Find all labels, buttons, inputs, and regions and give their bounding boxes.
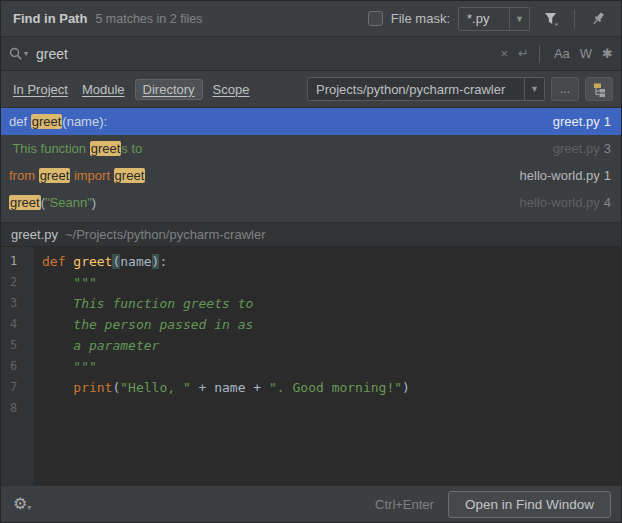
- line-code: the person passed in as: [34, 314, 253, 335]
- result-location: hello-world.py4: [520, 195, 611, 210]
- search-result-row[interactable]: This function greets to greet.py3: [1, 135, 621, 162]
- file-mask-combobox[interactable]: *.py ▼: [458, 7, 530, 31]
- line-code: [34, 398, 42, 419]
- line-code: """: [34, 272, 97, 293]
- regex-toggle[interactable]: ✱: [602, 46, 613, 61]
- line-number: 6: [1, 356, 34, 377]
- line-number: 8: [1, 398, 34, 419]
- result-line-number: 1: [604, 168, 611, 183]
- line-number: 7: [1, 377, 34, 398]
- settings-gear-icon[interactable]: ⚙▾: [13, 496, 31, 512]
- file-mask-checkbox[interactable]: [368, 11, 383, 26]
- result-line-number: 4: [604, 195, 611, 210]
- open-in-find-window-button[interactable]: Open in Find Window: [448, 491, 611, 518]
- search-input[interactable]: greet: [36, 46, 490, 62]
- line-code: a parameter: [34, 335, 159, 356]
- result-match-text: def greet(name):: [9, 114, 541, 129]
- file-mask-value: *.py: [459, 11, 509, 26]
- code-preview-editor[interactable]: 1 def greet(name): 2 """ 3 This function…: [1, 247, 621, 485]
- line-code: """: [34, 356, 97, 377]
- result-match-text: greet("Seann"): [9, 195, 508, 210]
- shortcut-hint: Ctrl+Enter: [375, 497, 434, 512]
- directory-path-value: Projects/python/pycharm-crawler: [308, 82, 524, 97]
- chevron-down-icon[interactable]: ▼: [509, 8, 529, 30]
- line-number: 2: [1, 272, 34, 293]
- code-line[interactable]: 3 This function greets to: [1, 293, 621, 314]
- search-history-chevron-icon[interactable]: ▾: [24, 49, 28, 58]
- search-icon[interactable]: ▾: [9, 42, 28, 66]
- line-number: 5: [1, 335, 34, 356]
- search-separator: [539, 45, 540, 63]
- match-count-status: 5 matches in 2 files: [95, 12, 202, 26]
- result-file-name: greet.py: [553, 114, 600, 129]
- dialog-header: Find in Path 5 matches in 2 files File m…: [1, 1, 621, 37]
- footer-actions: Ctrl+Enter Open in Find Window: [375, 491, 611, 518]
- result-line-number: 3: [604, 141, 611, 156]
- directory-structure-icon[interactable]: [585, 77, 613, 101]
- code-line[interactable]: 8: [1, 398, 621, 419]
- preview-file-name: greet.py: [11, 227, 58, 242]
- result-location: hello-world.py1: [520, 168, 611, 183]
- browse-directory-button[interactable]: ...: [551, 77, 579, 101]
- clear-search-icon[interactable]: ×: [500, 46, 508, 61]
- code-line[interactable]: 1 def greet(name):: [1, 251, 621, 272]
- scope-selector-row: In Project Module Directory Scope Projec…: [1, 71, 621, 108]
- scope-directory[interactable]: Directory: [135, 79, 203, 100]
- search-result-row[interactable]: from greet import greet hello-world.py1: [1, 162, 621, 189]
- scope-module[interactable]: Module: [82, 82, 125, 97]
- code-line[interactable]: 6 """: [1, 356, 621, 377]
- dialog-title: Find in Path: [13, 11, 87, 26]
- line-code: This function greets to: [34, 293, 253, 314]
- header-separator: [574, 10, 575, 28]
- result-file-name: greet.py: [553, 141, 600, 156]
- directory-path-combobox[interactable]: Projects/python/pycharm-crawler ▼: [307, 77, 545, 101]
- code-line[interactable]: 2 """: [1, 272, 621, 293]
- line-number: 4: [1, 314, 34, 335]
- line-number: 1: [1, 251, 34, 272]
- scope-in-project[interactable]: In Project: [13, 82, 68, 97]
- file-mask-label: File mask:: [391, 11, 450, 26]
- filter-icon[interactable]: [538, 7, 564, 31]
- search-result-row[interactable]: greet("Seann") hello-world.py4: [1, 189, 621, 216]
- pin-icon[interactable]: [585, 7, 611, 31]
- result-file-name: hello-world.py: [520, 195, 600, 210]
- code-line[interactable]: 7 print("Hello, " + name + ". Good morni…: [1, 377, 621, 398]
- result-location: greet.py3: [553, 141, 611, 156]
- find-in-path-dialog: Find in Path 5 matches in 2 files File m…: [0, 0, 622, 523]
- result-file-name: hello-world.py: [520, 168, 600, 183]
- preview-file-header: greet.py ~/Projects/python/pycharm-crawl…: [1, 223, 621, 247]
- preview-file-path: ~/Projects/python/pycharm-crawler: [65, 227, 266, 242]
- scope-scope[interactable]: Scope: [213, 82, 250, 97]
- dialog-footer: ⚙▾ Ctrl+Enter Open in Find Window: [1, 485, 621, 522]
- match-case-toggle[interactable]: Aa: [554, 46, 570, 61]
- results-list: def greet(name): greet.py1 This function…: [1, 108, 621, 223]
- result-line-number: 1: [604, 114, 611, 129]
- search-result-row[interactable]: def greet(name): greet.py1: [1, 108, 621, 135]
- result-location: greet.py1: [553, 114, 611, 129]
- result-match-text: from greet import greet: [9, 168, 508, 183]
- code-line[interactable]: 4 the person passed in as: [1, 314, 621, 335]
- result-match-text: This function greets to: [9, 141, 541, 156]
- search-bar[interactable]: ▾ greet × ↵ Aa W ✱: [1, 37, 621, 71]
- code-line[interactable]: 5 a parameter: [1, 335, 621, 356]
- directory-controls: Projects/python/pycharm-crawler ▼ ...: [307, 77, 613, 101]
- line-number: 3: [1, 293, 34, 314]
- new-line-icon[interactable]: ↵: [518, 46, 529, 61]
- chevron-down-icon[interactable]: ▼: [524, 78, 544, 100]
- header-controls: File mask: *.py ▼: [368, 7, 611, 31]
- whole-words-toggle[interactable]: W: [580, 46, 592, 61]
- code-lines: 1 def greet(name): 2 """ 3 This function…: [1, 247, 621, 419]
- line-code: def greet(name):: [34, 251, 167, 272]
- line-code: print("Hello, " + name + ". Good morning…: [34, 377, 410, 398]
